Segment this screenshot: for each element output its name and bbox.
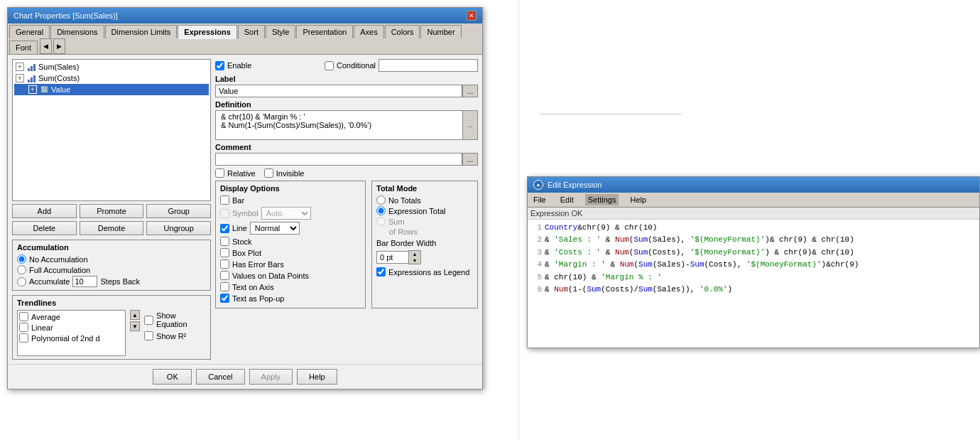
tab-number[interactable]: Number (420, 25, 461, 38)
code-area[interactable]: 1 Country&chr(9) & chr(10) 2 & 'Sales : … (528, 220, 979, 348)
comment-expand-btn[interactable]: ... (462, 153, 478, 166)
code-text-3: & 'Costs : ' & Num(Sum(Costs), '$(MoneyF… (545, 247, 975, 258)
tab-axes[interactable]: Axes (354, 25, 383, 38)
steps-back-input[interactable] (72, 276, 97, 287)
tab-dimensions[interactable]: Dimensions (50, 25, 104, 38)
enable-label: Enable (227, 61, 251, 70)
code-text-4: & 'Margin : ' & Num(Sum(Sales)-Sum(Costs… (545, 259, 975, 270)
tree-item-label: Sum(Sales) (38, 63, 79, 71)
tab-general[interactable]: General (9, 25, 50, 38)
show-equation-check[interactable] (144, 316, 153, 325)
scroll-down-btn[interactable]: ▼ (130, 321, 140, 331)
expr-total-radio[interactable] (376, 206, 386, 215)
do-line-select[interactable]: Normal (250, 222, 300, 235)
add-button[interactable]: Add (12, 204, 77, 218)
do-textonaxis-check[interactable] (220, 282, 229, 291)
edit-expression-dialog: ● Edit Expression File Edit Settings Hel… (527, 176, 980, 348)
do-line-check[interactable] (220, 224, 229, 233)
do-valuesdatapoints-label: Values on Data Points (232, 272, 309, 280)
tab-font[interactable]: Font (9, 41, 38, 54)
invisible-checkbox[interactable] (264, 168, 273, 178)
do-boxplot-check[interactable] (220, 248, 229, 257)
ungroup-button[interactable]: Ungroup (146, 221, 211, 235)
label-input[interactable] (215, 85, 462, 97)
do-textaspopup-check[interactable] (220, 294, 229, 303)
tab-nav-left[interactable]: ◀ (40, 38, 52, 54)
expand-icon-3[interactable]: + (28, 85, 37, 94)
menu-edit[interactable]: Edit (557, 194, 577, 205)
tab-colors[interactable]: Colors (385, 25, 420, 38)
expressions-legend-check[interactable] (376, 267, 386, 277)
bar-border-label: Bar Border Width (376, 239, 436, 247)
demote-button[interactable]: Demote (80, 221, 144, 235)
expand-icon[interactable]: + (16, 63, 24, 71)
show-r2-check[interactable] (144, 331, 153, 340)
help-button[interactable]: Help (297, 369, 337, 385)
trendline-poly2-label: Polynomial of 2nd d (31, 334, 100, 343)
sum-row: Sum (376, 217, 473, 226)
menu-settings[interactable]: Settings (585, 194, 619, 205)
tab-sort[interactable]: Sort (238, 25, 265, 38)
full-accumulation-radio[interactable] (17, 265, 26, 274)
expression-tree[interactable]: + Sum(Sales) + (12, 59, 211, 201)
conditional-input[interactable] (379, 59, 478, 72)
accumulate-radio[interactable] (17, 277, 26, 286)
bar-border-input[interactable] (376, 251, 408, 264)
trendline-poly2[interactable]: Polynomial of 2nd d (19, 333, 124, 343)
promote-button[interactable]: Promote (80, 204, 144, 218)
enable-checkbox[interactable] (215, 61, 224, 70)
menu-file[interactable]: File (530, 194, 549, 205)
trendline-poly2-check[interactable] (19, 333, 28, 343)
spinner-down-btn[interactable]: ▼ (409, 257, 420, 264)
tree-item-sumcosts[interactable]: + Sum(Costs) (14, 73, 209, 84)
tab-expressions[interactable]: Expressions (178, 25, 236, 39)
trendlines-list[interactable]: Average Linear Polynomial of 2nd d (17, 310, 126, 356)
tab-dimensionlimits[interactable]: Dimension Limits (105, 25, 178, 38)
conditional-checkbox[interactable] (325, 61, 334, 70)
ok-button[interactable]: OK (153, 369, 192, 385)
trendline-average[interactable]: Average (19, 312, 124, 321)
no-accumulation-radio[interactable] (17, 254, 26, 264)
do-bar-check[interactable] (220, 195, 229, 205)
label-section: Label ... (215, 75, 478, 97)
code-line-1: 1 Country&chr(9) & chr(10) (532, 222, 975, 233)
tab-nav-right[interactable]: ▶ (53, 38, 65, 54)
do-errorbars-label: Has Error Bars (232, 260, 284, 269)
cancel-button[interactable]: Cancel (196, 369, 244, 385)
menu-help[interactable]: Help (627, 194, 649, 205)
close-icon[interactable]: ✕ (467, 11, 477, 21)
edit-expr-title: Edit Expression (548, 181, 601, 189)
delete-button[interactable]: Delete (12, 221, 77, 235)
relative-checkbox[interactable] (215, 168, 224, 178)
scroll-up-btn[interactable]: ▲ (130, 310, 140, 320)
trendlines-section: Trendlines Average Linear Po (12, 295, 211, 360)
expand-icon-2[interactable]: + (16, 74, 24, 82)
tab-presentation[interactable]: Presentation (296, 25, 353, 38)
do-textonaxis-label: Text on Axis (232, 283, 274, 291)
comment-input[interactable] (215, 153, 462, 166)
code-text-2: & 'Sales : ' & Num(Sum(Sales), '$(MoneyF… (545, 235, 975, 245)
group-button[interactable]: Group (146, 204, 211, 218)
do-stock-check[interactable] (220, 237, 229, 246)
line-num-5: 5 (532, 272, 542, 283)
trendline-linear[interactable]: Linear (19, 323, 124, 332)
trendline-average-check[interactable] (19, 312, 28, 321)
tab-style[interactable]: Style (266, 25, 295, 38)
relative-check-row: Relative (215, 168, 256, 178)
label-expand-btn[interactable]: ... (462, 85, 478, 97)
line-num-6: 6 (532, 284, 542, 295)
definition-label: Definition (215, 100, 478, 109)
do-valuesdatapoints-check[interactable] (220, 271, 229, 280)
no-totals-radio[interactable] (376, 195, 386, 205)
definition-textarea[interactable]: & chr(10) & 'Margin % : ' & Num(1-(Sum(C… (215, 110, 462, 140)
apply-button[interactable]: Apply (249, 369, 293, 385)
do-errorbars-check[interactable] (220, 259, 229, 269)
definition-expand-btn[interactable]: ... (462, 110, 478, 140)
spinner-up-btn[interactable]: ▲ (409, 251, 420, 257)
trendline-linear-check[interactable] (19, 323, 28, 332)
tree-item-sumsales[interactable]: + Sum(Sales) (14, 61, 209, 73)
relative-label: Relative (227, 169, 256, 178)
conditional-label: Conditional (337, 61, 376, 70)
tree-item-value[interactable]: + 🔣 Value (14, 84, 209, 95)
show-r2-label: Show R² (156, 332, 186, 340)
